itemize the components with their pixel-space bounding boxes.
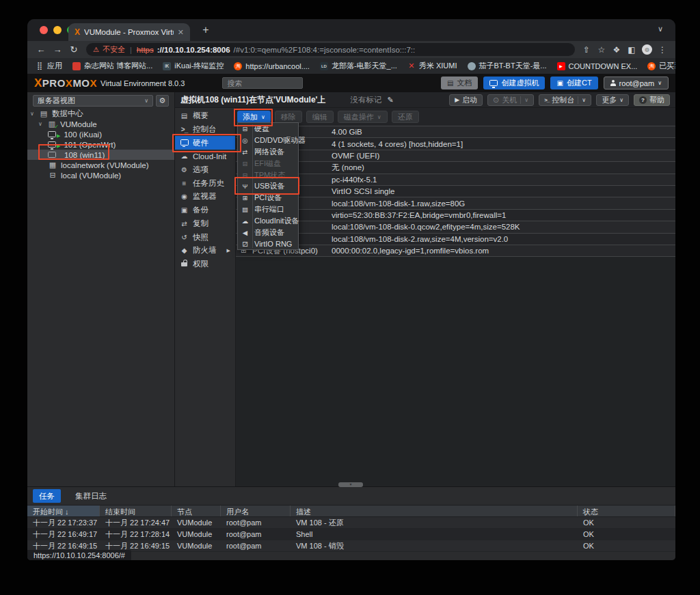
menu-item-summary[interactable]: ▤概要 [175, 109, 235, 123]
hw-row-display[interactable]: 无 (none) [236, 162, 675, 174]
hw-row-efi-disk[interactable]: local:108/vm-108-disk-0.qcow2,efitype=4m… [236, 221, 675, 233]
profile-avatar[interactable]: ◍ [642, 44, 652, 55]
tree-item-vm-101[interactable]: ▶101 (OpenWrt) [27, 139, 174, 150]
menu-item-hardware[interactable]: 硬件 [175, 136, 235, 150]
menu-item-snapshots[interactable]: ↺快照 [175, 230, 235, 244]
bookmark-item[interactable]: 杂志网站 博客网站... [72, 61, 152, 71]
menu-item-replication[interactable]: ⇄复制 [175, 217, 235, 231]
bookmark-item[interactable]: LD龙部落-电影天堂_... [320, 61, 397, 71]
view-mode-select[interactable]: 服务器视图∨ [33, 95, 153, 107]
bookmark-apps[interactable]: ⣿应用 [36, 61, 62, 71]
add-menu-usb-device[interactable]: ΨUSB设备 [238, 180, 298, 192]
forward-icon[interactable]: → [49, 44, 66, 55]
revert-button[interactable]: 还原 [392, 111, 419, 123]
console-button[interactable]: >_控制台∨ [539, 94, 591, 106]
create-ct-button[interactable]: ▣创建CT [550, 77, 597, 89]
extensions-puzzle-icon[interactable]: ❖ [609, 45, 624, 55]
remove-button[interactable]: 移除 [275, 111, 302, 123]
user-menu-button[interactable]: root@pam∨ [604, 77, 669, 89]
hw-row-tpm-state[interactable]: local:108/vm-108-disk-2.raw,size=4M,vers… [236, 234, 675, 245]
hw-row-machine[interactable]: pc-i440fx-5.1 [236, 174, 675, 186]
edit-button[interactable]: 编辑 [306, 111, 334, 123]
menu-item-options[interactable]: ⚙选项 [175, 163, 235, 177]
menu-item-task-history[interactable]: ≡任务历史 [175, 176, 235, 190]
tab-tasks[interactable]: 任务 [33, 489, 61, 503]
reload-icon[interactable]: ↻ [66, 44, 82, 55]
side-panel-icon[interactable]: ◧ [624, 45, 639, 55]
edit-tags-pencil-icon[interactable]: ✎ [387, 96, 393, 105]
tab-search-chevron-icon[interactable]: ∨ [658, 25, 663, 33]
hw-row-bios[interactable]: OVMF (UEFI) [236, 150, 675, 162]
column-node[interactable]: 节点 [172, 506, 221, 516]
column-user[interactable]: 用户名 [221, 506, 291, 516]
menu-item-permissions[interactable]: 权限 [175, 258, 235, 271]
address-bar[interactable]: ⚠ 不安全 | https ://10.10.10.254:8006 /#v1:… [86, 43, 575, 56]
add-menu-tpm-state[interactable]: ⊟TPM状态 [238, 169, 298, 181]
add-menu-virtio-rng[interactable]: ⚂VirtIO RNG [238, 238, 298, 250]
back-icon[interactable]: ← [33, 44, 49, 55]
menu-item-backup[interactable]: ▣备份 [175, 204, 235, 217]
chevron-down-icon[interactable]: ∨ [524, 97, 528, 103]
tree-item-vm-100[interactable]: ▶100 (iKuai) [27, 129, 174, 139]
panel-resize-handle[interactable]: ▾ [338, 482, 363, 487]
column-start-time[interactable]: 开始时间 ↓ [27, 506, 100, 516]
bookmark-item[interactable]: ✕秀米 XIUMI [407, 61, 457, 71]
tree-item-local-storage[interactable]: ⊟local (VUModule) [27, 170, 174, 180]
task-row[interactable]: 十一月 22 16:49:17 十一月 22 17:28:14 VUModule… [27, 529, 675, 540]
task-row[interactable]: 十一月 22 17:23:37 十一月 22 17:24:47 VUModule… [27, 517, 675, 529]
bookmark-star-icon[interactable]: ☆ [594, 45, 609, 55]
help-button[interactable]: ?帮助 [634, 94, 670, 106]
new-tab-button[interactable]: + [200, 24, 212, 36]
shutdown-button[interactable]: ⊙关机∨ [487, 94, 534, 106]
add-menu-network-device[interactable]: ⇄网络设备 [238, 146, 298, 158]
column-end-time[interactable]: 结束时间 [100, 506, 172, 516]
pve-search-input[interactable] [222, 77, 303, 89]
bookmark-item[interactable]: ▶COUNTDOWN EX... [557, 62, 638, 70]
start-button[interactable]: ▶启动 [449, 94, 483, 106]
bookmark-item[interactable]: 淘https://urbancool.... [234, 62, 310, 70]
more-button[interactable]: 更多∨ [596, 94, 629, 106]
disk-action-button[interactable]: 磁盘操作∨ [338, 111, 388, 123]
add-menu-cddvd[interactable]: ◎CD/DVD驱动器 [238, 135, 298, 146]
add-menu-cloudinit[interactable]: ☁CloudInit设备 [238, 215, 298, 227]
column-status[interactable]: 状态 [578, 506, 675, 516]
minimize-window-button[interactable] [53, 26, 62, 34]
menu-item-console[interactable]: >_控制台 [175, 123, 235, 137]
close-window-button[interactable] [40, 26, 48, 34]
resource-tree: ∨▤数据中心 ∨▥✓VUModule ▶100 (iKuai) ▶101 (Op… [27, 109, 174, 180]
browser-menu-icon[interactable]: ⋮ [655, 45, 670, 55]
add-menu-efi-disk[interactable]: ⊟EFI磁盘 [238, 158, 298, 169]
add-menu-serial-port[interactable]: ▤串行端口 [238, 204, 298, 215]
hardware-table: 4.00 GiB 4 (1 sockets, 4 cores) [host,hi… [236, 126, 675, 257]
expand-caret-icon[interactable]: ∨ [30, 111, 36, 117]
chevron-down-icon[interactable]: ∨ [582, 97, 586, 103]
tree-item-localnetwork[interactable]: ▦localnetwork (VUModule) [27, 160, 174, 170]
tree-item-node-vumodule[interactable]: ∨▥✓VUModule [27, 119, 174, 129]
bookmark-item[interactable]: 淘已买到的宝贝 [647, 61, 675, 71]
tree-item-vm-108[interactable]: 108 (win11) [27, 150, 174, 160]
tab-close-icon[interactable]: ✕ [178, 28, 184, 37]
sidebar-gear-button[interactable]: ⚙ [156, 95, 169, 107]
menu-item-firewall[interactable]: ◆防火墙▶ [175, 244, 235, 258]
add-button[interactable]: 添加∨ [237, 111, 271, 123]
documentation-button[interactable]: ▤文档 [441, 77, 478, 89]
share-icon[interactable]: ⇧ [579, 45, 594, 55]
link-status-tooltip: https://10.10.10.254:8006/# [27, 550, 131, 560]
bookmark-item[interactable]: iKiKuai-终端监控 [163, 61, 224, 71]
expand-caret-icon[interactable]: ∨ [38, 121, 44, 127]
tab-cluster-log[interactable]: 集群日志 [69, 489, 113, 503]
hw-row-network-device[interactable]: virtio=52:30:BB:37:F2:EA,bridge=vmbr0,fi… [236, 210, 675, 221]
add-menu-pci-device[interactable]: ⊞PCI设备 [238, 192, 298, 204]
hw-row-hard-disk[interactable]: local:108/vm-108-disk-1.raw,size=80G [236, 197, 675, 209]
add-menu-audio-device[interactable]: ◀音频设备 [238, 227, 298, 238]
hw-row-scsi-controller[interactable]: VirtIO SCSI single [236, 186, 675, 197]
hw-row-pci-device[interactable]: ⊞PCI设备 (hostpci0)0000:00:02.0,legacy-igd… [236, 245, 675, 257]
create-vm-button[interactable]: 创建虚拟机 [483, 77, 545, 89]
menu-item-monitor[interactable]: ◉监视器 [175, 190, 235, 204]
tree-item-datacenter[interactable]: ∨▤数据中心 [27, 109, 174, 119]
menu-item-cloud-init[interactable]: ☁Cloud-Init [175, 150, 235, 163]
bookmark-item[interactable]: 茄子BT-BT天堂-最... [468, 61, 547, 71]
column-description[interactable]: 描述 [291, 506, 578, 516]
browser-tab[interactable]: X VUModule - Proxmox Virtual E ✕ [68, 23, 190, 41]
add-menu-hard-disk[interactable]: ⊟硬盘 [238, 123, 298, 135]
